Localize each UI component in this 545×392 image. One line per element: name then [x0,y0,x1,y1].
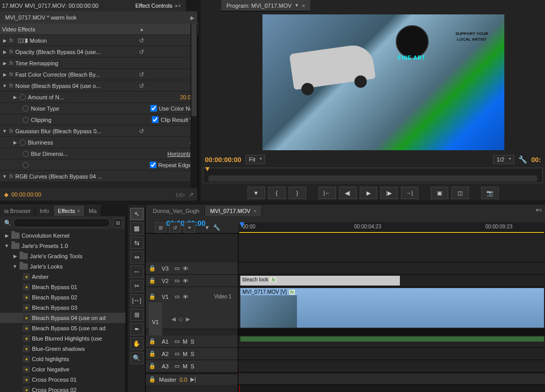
twirl-icon[interactable]: ▶ [2,72,7,77]
ec-category-video[interactable]: Video Effects ▲ [0,24,198,35]
sequence-tab-clip[interactable]: MVI_0717.MOV× [205,206,262,216]
stopwatch-icon[interactable] [20,139,26,146]
repeat-edge-checkbox[interactable] [150,162,156,168]
ec-noise-type[interactable]: Noise Type Use Color No... [0,103,198,114]
ripple-edit-tool[interactable]: ⇆ [130,237,144,249]
lock-icon[interactable]: 🔒 [149,265,156,272]
twirl-icon[interactable]: ▶ [12,140,17,145]
fx-badge[interactable]: fx [9,72,13,77]
program-timecode[interactable]: 00:00:00:00 [205,156,241,164]
lock-icon[interactable]: 🔒 [149,376,156,383]
settings-icon[interactable]: 🔧 [518,155,527,164]
preset-bgs[interactable]: Blue-Green shadows [0,344,126,354]
zoom-fit-dropdown[interactable]: Fit [245,155,265,164]
twirl-icon[interactable]: ▶ [2,38,7,43]
lock-icon[interactable]: 🔒 [149,350,156,357]
clip-audio[interactable] [240,336,544,342]
ec-repeat-edge[interactable]: Repeat Edge ... [0,159,198,171]
track-v1-lane[interactable]: MVI_0717.MOV [V] [238,287,545,329]
resolution-dropdown[interactable]: 1/2 [493,155,514,164]
marker-button[interactable]: ↺ [169,222,181,233]
twirl-icon[interactable]: ▶ [2,49,7,55]
track-a1-lane[interactable] [238,335,545,348]
preset-bb2[interactable]: Bleach Bypass 02 [0,292,126,302]
track-header-v3[interactable]: 🔒 V3 ▭ 👁 [146,262,238,275]
twirl-icon[interactable]: ▶ [2,61,7,66]
ec-blur-dim[interactable]: Blur Dimensi... Horizontal... [0,148,198,159]
ec-footer-timecode[interactable]: 00:00:00:00 [11,191,41,198]
ec-scrollbar[interactable] [190,24,198,188]
solo-button[interactable]: S [190,351,194,357]
reset-icon[interactable]: ↺ [139,48,144,56]
preset-cp2[interactable]: Cross Process 02 [0,385,126,392]
source-tab-2[interactable]: MVI_0717.MOV: [25,3,66,9]
noise-type-checkbox[interactable] [150,105,157,112]
play-button[interactable]: ▶ [360,187,377,199]
folder-looks[interactable]: ▼Jarle's Looks [0,261,126,272]
program-zoom-scroll[interactable] [208,175,537,182]
folder-grading[interactable]: ▶Jarle's Grading Tools [0,251,126,261]
track-header-v2[interactable]: 🔒 V2 ▭ 👁 [146,275,238,287]
timeline-tracks[interactable]: bleach look MVI_0717.MOV [V] [238,234,545,392]
lock-icon[interactable]: 🔒 [149,338,156,345]
track-header-a2[interactable]: 🔒 A2 ▭ M S [146,348,238,360]
program-canvas[interactable]: FINE ART SUPPORT YOUR LOCAL ARTIST [262,14,504,150]
ec-footer-icon-1[interactable]: ▷▷ [177,191,185,198]
info-tab[interactable]: Info [36,206,54,216]
twirl-icon[interactable]: ▶ [12,95,17,100]
stopwatch-icon[interactable] [20,94,26,100]
preset-bb5[interactable]: Bleach Bypass 05 (use on ad [0,323,126,333]
add-marker-icon[interactable]: ▼ [204,224,210,230]
track-a3-lane[interactable] [238,360,545,372]
master-value[interactable]: 0.0 [180,377,187,383]
audio-toggle-icon[interactable]: ▭ [174,338,180,345]
ec-header-play-icon[interactable]: ▶ [190,15,195,21]
rolling-edit-tool[interactable]: ⇔ [130,251,144,263]
link-button[interactable]: ⚭ [184,222,195,233]
eye-icon[interactable]: 👁 [183,294,188,300]
speaker-icon[interactable]: ▶| [190,376,196,383]
track-select-tool[interactable]: ▦ [130,222,144,235]
goto-out-button[interactable]: →| [401,187,418,199]
preset-cp1[interactable]: Cross Process 01 [0,375,126,385]
step-fwd-button[interactable]: |▶ [380,187,398,199]
lift-button[interactable]: ▣ [431,187,448,199]
track-header-a3[interactable]: 🔒 A3 ▭ M S [146,360,238,372]
reset-icon[interactable]: ↺ [139,37,144,44]
twirl-icon[interactable]: ▼ [2,129,7,134]
ec-fcc-row[interactable]: ▶ fx Fast Color Corrector (Bleach By... … [0,69,198,80]
in-button[interactable]: { [268,187,286,199]
zoom-tool[interactable]: 🔍 [130,352,144,364]
marker-button[interactable]: ▼ [248,187,265,199]
track-header-a1[interactable]: 🔒 A1 ▭ M S [146,335,238,348]
twirl-icon[interactable]: ▼ [2,174,7,179]
preset-bb1[interactable]: Bleach Bypass 01 [0,282,126,292]
new-bin-button[interactable]: ▤ [113,218,122,227]
ec-blurriness[interactable]: ▶ Blurriness 4.0 [0,137,198,148]
preset-cold[interactable]: Cold highlights [0,354,126,364]
tab-popout-icon[interactable]: ▸≡ [175,3,181,8]
sequence-tab-donna[interactable]: Donna_Van_Gogh [148,206,205,216]
mute-button[interactable]: M [183,338,187,345]
next-keyframe-icon[interactable]: ▶ [186,316,190,323]
pen-tool[interactable]: ✒ [130,323,144,335]
program-tab[interactable]: Program: MVI_0717.MOV ▼ × [221,0,310,11]
rate-stretch-tool[interactable]: ↔ [130,265,144,278]
source-tabs[interactable]: 17.MOV MVI_0717.MOV: 00:00:00:00 [0,0,130,11]
preset-blue[interactable]: Blue Blurred Highlights (use [0,333,126,344]
track-gap[interactable] [238,234,545,262]
reset-icon[interactable]: ↺ [139,82,144,90]
eye-icon[interactable]: 👁 [183,265,188,272]
twirl-icon[interactable]: ▼ [2,83,7,88]
video-toggle-icon[interactable]: ▭ [174,293,180,300]
fx-badge[interactable]: fx [9,83,13,88]
media-browser-tab[interactable]: ia Browser [0,206,36,216]
mute-button[interactable]: M [183,363,187,369]
slide-tool[interactable]: ⊞ [130,309,144,321]
ec-rgb-row[interactable]: ▼ fx RGB Curves (Bleach Bypass 04 ... [0,171,198,182]
fx-badge[interactable]: fx [9,60,13,66]
extract-button[interactable]: ◫ [451,187,469,199]
folder-convolution[interactable]: ▶Convolution Kernel [0,230,126,241]
fx-badge[interactable]: fx [9,173,13,179]
stopwatch-icon[interactable] [23,151,29,157]
